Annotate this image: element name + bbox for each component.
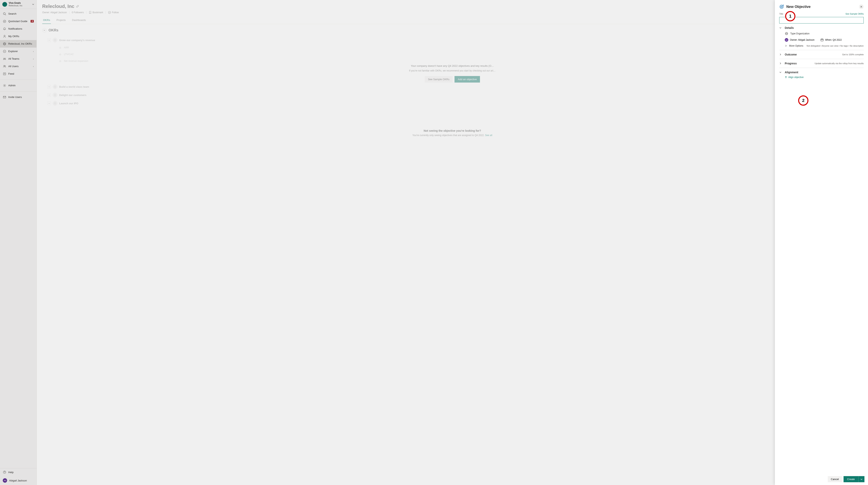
sidebar: Viva Goals Relecloud, Inc Search Quickst…	[0, 0, 37, 485]
outcome-heading: Outcome	[785, 53, 797, 56]
objective-title: Launch our IPO	[59, 102, 78, 105]
see-sample-okrs-button[interactable]: See Sample OKRs	[425, 76, 453, 83]
svg-point-0	[3, 12, 5, 15]
person-icon	[3, 34, 6, 38]
objective-row[interactable]: + Grow our company's revenue	[42, 36, 863, 44]
more-options-toggle[interactable]: More Options Not delegated • Anyone can …	[785, 45, 864, 47]
svg-point-2	[3, 20, 6, 23]
sidebar-my-okrs[interactable]: My OKRs	[0, 33, 36, 40]
svg-rect-38	[821, 39, 823, 41]
objective-title-input[interactable]	[779, 17, 864, 24]
kr-row[interactable]: ◎ ARR	[42, 44, 863, 51]
see-sample-link[interactable]: See Sample OKRs	[845, 12, 864, 15]
target-icon	[779, 4, 784, 9]
add-icon[interactable]: +	[48, 102, 51, 105]
create-button[interactable]: Create	[843, 476, 858, 482]
sidebar-user[interactable]: AJ Abigail Jackson	[0, 476, 36, 485]
svg-point-9	[4, 58, 4, 59]
outcome-section-toggle[interactable]: Outcome Get to 100% complete	[779, 53, 864, 56]
cancel-button[interactable]: Cancel	[828, 476, 842, 482]
svg-rect-13	[3, 73, 6, 75]
svg-point-16	[4, 85, 5, 86]
add-icon[interactable]: +	[48, 93, 51, 97]
sidebar-item-label: Explorer	[8, 50, 18, 53]
tab-projects[interactable]: Projects	[56, 17, 66, 24]
chevron-right-icon: ›	[33, 58, 34, 60]
alignment-section-toggle[interactable]: Alignment	[779, 71, 864, 74]
sidebar-item-label: Feed	[8, 72, 14, 75]
details-section-toggle[interactable]: Details	[779, 26, 864, 29]
sidebar-admin[interactable]: Admin	[0, 82, 36, 89]
sidebar-help[interactable]: Help	[0, 468, 36, 476]
link-icon[interactable]	[76, 5, 79, 8]
user-name: Abigail Jackson	[9, 479, 27, 482]
org-switcher[interactable]: Viva Goals Relecloud, Inc	[0, 0, 36, 9]
add-icon[interactable]: +	[48, 85, 51, 88]
chevron-right-icon	[785, 45, 787, 47]
tabs: OKRs Projects Dashboards	[42, 17, 863, 24]
avatar: AJ	[785, 38, 788, 42]
empty-line-2: If you're not familiar with OKRs, we rec…	[42, 69, 863, 72]
alignment-heading: Alignment	[785, 71, 798, 74]
sidebar-all-users[interactable]: All Users ›	[0, 63, 36, 70]
tab-dashboards[interactable]: Dashboards	[71, 17, 87, 24]
check-circle-icon	[108, 11, 111, 14]
metric-icon: ◎	[58, 59, 62, 63]
create-dropdown-button[interactable]	[858, 476, 864, 482]
kr-row[interactable]: ◎ LTV/CAC	[42, 51, 863, 58]
chevron-down-icon	[779, 71, 783, 74]
svg-point-19	[108, 11, 111, 13]
svg-point-34	[781, 6, 782, 7]
kr-row[interactable]: ◎ Net revenue expansion	[42, 58, 863, 64]
objective-row[interactable]: + Delight our customers	[42, 91, 863, 99]
close-button[interactable]	[859, 4, 864, 9]
svg-point-12	[5, 65, 5, 66]
avatar: AJ	[3, 478, 7, 483]
sidebar-explorer[interactable]: Explorer ›	[0, 48, 36, 55]
globe-icon	[53, 101, 57, 106]
new-objective-panel: New Objective Title See Sample OKRs Deta…	[775, 0, 868, 485]
sidebar-item-label: All Teams	[8, 57, 19, 60]
objective-title: Build a world class team	[59, 85, 89, 88]
users-icon	[3, 64, 6, 68]
sidebar-all-teams[interactable]: All Teams ›	[0, 55, 36, 63]
teams-icon	[3, 57, 6, 61]
sidebar-feed[interactable]: Feed	[0, 70, 36, 78]
bookmark-button[interactable]: Bookmark	[89, 11, 103, 14]
sidebar-item-label: Admin	[8, 84, 16, 87]
calendar-icon	[820, 38, 824, 41]
objective-row[interactable]: + Build a world class team	[42, 83, 863, 91]
not-seeing-text: You're currently only seeing objectives …	[412, 134, 485, 137]
okrs-heading: OKRs	[49, 28, 58, 32]
when-row[interactable]: When: Q4 2022	[820, 38, 842, 42]
divider	[105, 11, 106, 14]
follow-button[interactable]: Follow	[108, 11, 119, 14]
see-all-link[interactable]: See all	[485, 134, 492, 137]
not-seeing-heading: Not seeing the objective you're looking …	[42, 129, 863, 132]
viva-goals-icon	[2, 2, 7, 7]
sidebar-notifications[interactable]: Notifications	[0, 25, 36, 33]
kr-title: ARR	[64, 46, 69, 49]
type-row[interactable]: Type:Organization	[785, 32, 864, 35]
sidebar-item-label: Notifications	[8, 27, 22, 30]
sidebar-search[interactable]: Search	[0, 10, 36, 18]
arrow-up-icon	[785, 76, 787, 78]
sidebar-item-label: Search	[8, 12, 17, 15]
compass-icon	[3, 20, 6, 23]
align-objective-link[interactable]: Align objective	[779, 74, 864, 79]
add-icon[interactable]: +	[48, 38, 51, 42]
add-objective-button[interactable]: Add an objective	[455, 76, 480, 83]
sidebar-invite[interactable]: Invite Users	[0, 93, 36, 101]
collapse-button[interactable]	[42, 28, 46, 32]
svg-point-8	[4, 51, 5, 52]
tab-okrs[interactable]: OKRs	[42, 17, 51, 24]
globe-icon	[785, 32, 788, 35]
sidebar-org-okrs[interactable]: Relecloud, Inc OKRs	[0, 40, 36, 48]
owner-row[interactable]: AJ Owner: Abigail Jackson	[785, 38, 814, 42]
sidebar-quickstart[interactable]: Quickstart Guide 4	[0, 18, 36, 25]
svg-point-3	[4, 35, 5, 36]
close-icon	[860, 6, 862, 8]
progress-section-toggle[interactable]: Progress Update automatically via the ro…	[779, 62, 864, 65]
explorer-icon	[3, 50, 6, 53]
objective-row[interactable]: + Launch our IPO	[42, 99, 863, 108]
